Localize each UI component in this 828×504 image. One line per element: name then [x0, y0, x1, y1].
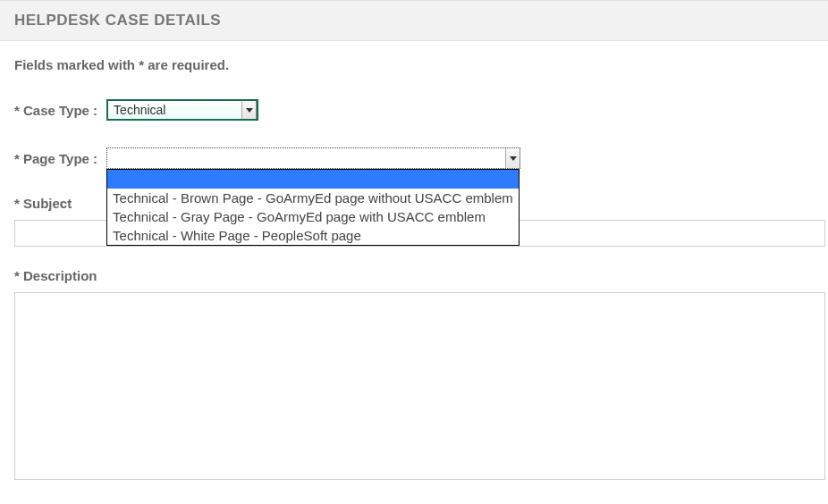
- chevron-down-icon[interactable]: [505, 148, 520, 168]
- page-type-option-blank[interactable]: [107, 170, 519, 189]
- page-type-option-gray[interactable]: Technical - Gray Page - GoArmyEd page wi…: [107, 207, 519, 226]
- page-type-option-white[interactable]: Technical - White Page - PeopleSoft page: [107, 226, 519, 245]
- page-type-option-brown[interactable]: Technical - Brown Page - GoArmyEd page w…: [107, 189, 519, 207]
- description-label: * Description: [14, 268, 805, 283]
- page-type-value[interactable]: [106, 147, 520, 169]
- section-header: HELPDESK CASE DETAILS: [0, 0, 828, 41]
- page-type-select[interactable]: Technical - Brown Page - GoArmyEd page w…: [106, 147, 520, 169]
- required-note: Fields marked with * are required.: [14, 57, 814, 72]
- description-input[interactable]: [14, 292, 825, 480]
- case-type-value[interactable]: Technical: [106, 99, 258, 121]
- description-row: * Description: [14, 268, 814, 480]
- case-type-text: Technical: [114, 103, 165, 117]
- form-area: Fields marked with * are required. * Cas…: [0, 41, 828, 480]
- page-type-label: * Page Type :: [14, 151, 97, 166]
- page-type-dropdown: Technical - Brown Page - GoArmyEd page w…: [106, 169, 520, 246]
- page-title: HELPDESK CASE DETAILS: [14, 12, 814, 29]
- case-type-label: * Case Type :: [14, 103, 97, 118]
- page-type-row: * Page Type : Technical - Brown Page - G…: [14, 147, 814, 169]
- case-type-select[interactable]: Technical: [106, 99, 258, 121]
- case-type-row: * Case Type : Technical: [14, 99, 814, 121]
- chevron-down-icon[interactable]: [241, 101, 257, 119]
